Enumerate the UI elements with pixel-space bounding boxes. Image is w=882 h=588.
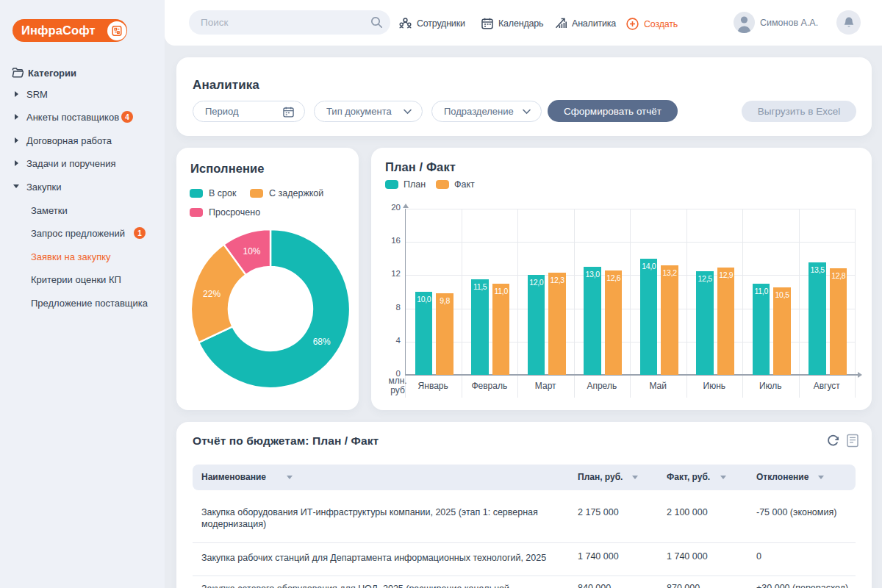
svg-text:10%: 10%: [243, 246, 260, 257]
svg-text:22%: 22%: [203, 289, 220, 299]
svg-text:68%: 68%: [313, 337, 331, 347]
